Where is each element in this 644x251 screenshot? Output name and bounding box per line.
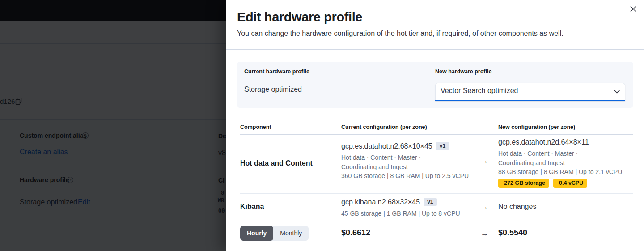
edit-hardware-profile-flyout: Edit hardware profile You can change the… — [226, 0, 644, 251]
arrow-right-icon: → — [481, 229, 488, 238]
arrow-right-icon: → — [481, 157, 488, 166]
header-divider — [226, 49, 644, 50]
diff-badge-storage: -272 GB storage — [498, 179, 549, 188]
monthly-toggle-button[interactable]: Monthly — [273, 226, 309, 241]
pricing-row: Hourly Monthly $0.6612 → $0.5540 — [240, 222, 633, 244]
version-badge: v1 — [424, 198, 436, 206]
current-config: gcp.es.datahot.n2.68×10×45v1 Hot data · … — [341, 141, 475, 181]
roles-line: Hot data · Content · Master · — [498, 149, 633, 158]
instance-type: gcp.es.datahot.n2.68×10×45 — [341, 142, 432, 150]
col-header-new-config: New configuration (per zone) — [498, 124, 575, 130]
specs-line: 88 GB storage | 8 GB RAM | Up to 2.1 vCP… — [498, 167, 633, 177]
new-price: $0.5540 — [498, 228, 527, 238]
col-header-component: Component — [240, 124, 271, 130]
roles-line: Coordinating and Ingest — [341, 162, 475, 172]
version-badge: v1 — [436, 142, 449, 150]
instance-type: gcp.kibana.n2.68×32×45 — [341, 198, 420, 206]
billing-period-toggle: Hourly Monthly — [240, 226, 309, 241]
new-profile-label: New hardware profile — [435, 68, 491, 75]
arrow-right-icon: → — [481, 203, 488, 212]
new-profile-select[interactable]: Vector Search optimized — [435, 83, 625, 101]
roles-line: Coordinating and Ingest — [498, 158, 633, 168]
roles-line: Hot data · Content · Master · — [341, 153, 475, 162]
specs-line: 45 GB storage | 1 GB RAM | Up to 8 vCPU — [341, 209, 475, 218]
diff-badge-vcpu: -0.4 vCPU — [553, 179, 587, 188]
table-row: Kibana gcp.kibana.n2.68×32×45v1 45 GB st… — [240, 194, 633, 222]
current-profile-value: Storage optimized — [244, 85, 302, 94]
close-icon[interactable] — [630, 5, 638, 13]
profile-comparison-panel: Current hardware profile Storage optimiz… — [237, 62, 633, 108]
flyout-title: Edit hardware profile — [237, 10, 362, 25]
component-name: Kibana — [240, 203, 264, 211]
no-changes-text: No changes — [498, 203, 536, 211]
new-profile-selected-value: Vector Search optimized — [441, 87, 518, 95]
table-row: Hot data and Content gcp.es.datahot.n2.6… — [240, 134, 633, 194]
specs-line: 360 GB storage | 8 GB RAM | Up to 2.5 vC… — [341, 171, 475, 181]
current-profile-label: Current hardware profile — [244, 68, 309, 75]
chevron-down-icon — [614, 88, 620, 94]
component-name: Hot data and Content — [240, 159, 313, 167]
instance-type: gcp.es.datahot.n2d.64×8×11 — [498, 137, 633, 148]
col-header-current-config: Current configuration (per zone) — [341, 124, 427, 130]
new-config: gcp.es.datahot.n2d.64×8×11 Hot data · Co… — [498, 137, 633, 188]
current-price: $0.6612 — [341, 228, 370, 238]
flyout-subtitle: You can change the hardware configuratio… — [237, 30, 564, 38]
hourly-toggle-button[interactable]: Hourly — [240, 226, 273, 241]
current-config: gcp.kibana.n2.68×32×45v1 45 GB storage |… — [341, 197, 475, 218]
